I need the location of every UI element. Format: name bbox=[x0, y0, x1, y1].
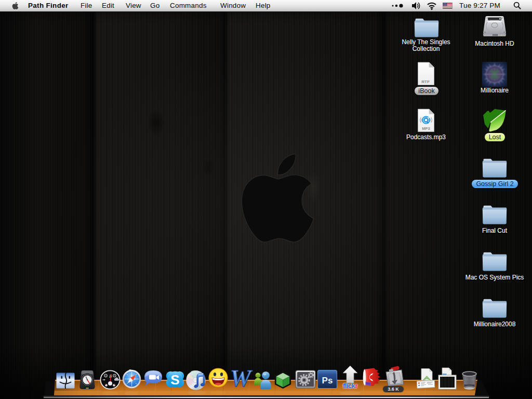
svg-text:MP3: MP3 bbox=[422, 126, 430, 131]
svg-text:S: S bbox=[170, 372, 179, 388]
svg-text:RTF: RTF bbox=[421, 79, 430, 84]
svg-text:Ps: Ps bbox=[322, 376, 333, 385]
svg-text:W: W bbox=[230, 368, 253, 388]
